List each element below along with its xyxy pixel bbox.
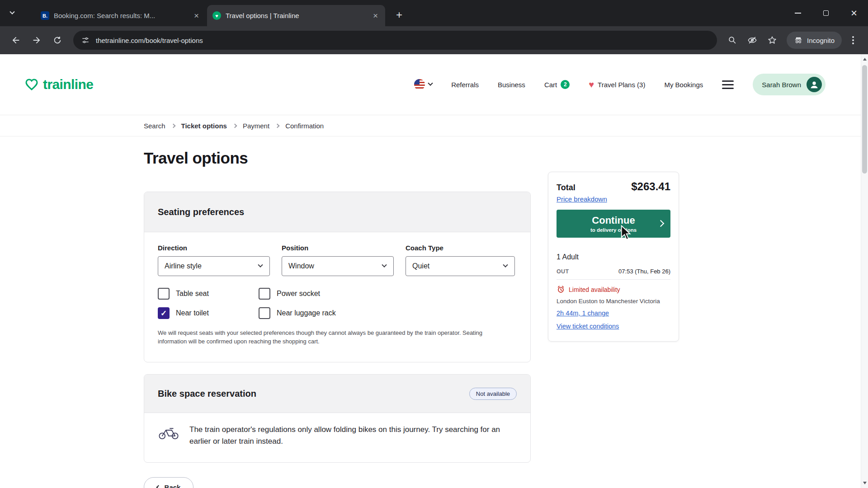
cart-label: Cart (544, 81, 557, 89)
window-controls: × (784, 0, 868, 26)
chevron-right-icon (657, 220, 665, 227)
browser-tab-booking[interactable]: B. Booking.com: Search results: M... × (35, 5, 206, 26)
checkbox-icon[interactable] (259, 307, 270, 319)
seating-card-header: Seating preferences (144, 192, 530, 232)
back-label: Back (165, 483, 181, 488)
bookmark-star-icon[interactable] (764, 32, 780, 48)
coach-type-value: Quiet (412, 262, 429, 270)
nav-cart[interactable]: Cart 2 (544, 80, 570, 89)
reload-icon (52, 35, 62, 45)
logo-text: trainline (43, 77, 93, 92)
url-bar[interactable]: thetrainline.com/book/travel-options (73, 31, 717, 50)
incognito-badge[interactable]: Incognito (787, 32, 842, 49)
seating-dropdown-row: Direction Airline style Position Window … (158, 244, 517, 276)
coach-type-label: Coach Type (406, 244, 515, 252)
journey-duration-link[interactable]: 2h 44m, 1 change (557, 310, 609, 317)
checkbox-icon[interactable] (259, 288, 270, 300)
new-tab-button[interactable]: + (392, 8, 406, 22)
scrollbar-thumb[interactable] (862, 65, 867, 174)
tab-title: Travel options | Trainline (226, 12, 367, 19)
checkbox-label: Power socket (277, 290, 320, 298)
us-flag-icon (414, 79, 425, 90)
total-row: Total $263.41 (557, 180, 670, 193)
close-window-button[interactable]: × (840, 0, 868, 26)
bike-card-body: The train operator's regulations only al… (144, 413, 530, 459)
site-info-icon[interactable] (81, 36, 90, 44)
nav-referrals[interactable]: Referrals (451, 81, 479, 89)
language-selector[interactable] (414, 79, 432, 90)
bike-card-title: Bike space reservation (158, 389, 256, 399)
page-title: Travel options (144, 149, 248, 167)
maximize-icon (823, 10, 829, 16)
back-page-button[interactable]: Back (144, 477, 193, 488)
nav-business[interactable]: Business (498, 81, 525, 89)
incognito-label: Incognito (807, 37, 835, 44)
breadcrumb-search[interactable]: Search (144, 122, 165, 130)
tab-strip: B. Booking.com: Search results: M... × ♥… (0, 0, 868, 26)
checkbox-label: Near luggage rack (277, 309, 336, 317)
browser-menu-icon[interactable] (845, 32, 861, 48)
seating-checkbox-grid: Table seat Power socket Near toilet Near… (158, 288, 393, 319)
chevron-down-icon (428, 81, 433, 86)
price-breakdown-link[interactable]: Price breakdown (557, 195, 607, 203)
close-tab-icon[interactable]: × (371, 10, 380, 21)
checkbox-power-socket[interactable]: Power socket (259, 288, 393, 300)
breadcrumb: Search Ticket options Payment Confirmati… (0, 115, 861, 136)
preview-hidden-icon[interactable] (744, 32, 760, 48)
back-button[interactable] (7, 32, 24, 49)
booking-favicon-icon: B. (41, 11, 49, 20)
url-text[interactable]: thetrainline.com/book/travel-options (96, 37, 203, 44)
browser-tab-trainline-active[interactable]: ♥ Travel options | Trainline × (207, 5, 385, 26)
checkbox-icon[interactable] (158, 307, 170, 319)
position-field: Position Window (282, 244, 394, 276)
direction-select[interactable]: Airline style (158, 256, 270, 276)
site-header: trainline Referrals Business Cart 2 ♥ Tr… (0, 54, 861, 115)
checkbox-near-luggage-rack[interactable]: Near luggage rack (259, 307, 393, 319)
forward-arrow-icon (32, 35, 42, 45)
maximize-button[interactable] (812, 0, 840, 26)
breadcrumb-ticket-options: Ticket options (181, 122, 227, 130)
continue-label: Continue (592, 215, 635, 226)
ticket-conditions-link[interactable]: View ticket conditions (557, 323, 619, 330)
minimize-icon (795, 13, 801, 14)
cart-count-badge: 2 (561, 80, 570, 89)
outbound-label: OUT (557, 268, 569, 275)
reload-button[interactable] (49, 32, 66, 49)
checkbox-table-seat[interactable]: Table seat (158, 288, 259, 300)
coach-type-select[interactable]: Quiet (406, 256, 515, 276)
breadcrumb-confirmation: Confirmation (285, 122, 324, 130)
user-account-pill[interactable]: Sarah Brown (753, 74, 826, 95)
forward-button[interactable] (28, 32, 45, 49)
checkbox-near-toilet[interactable]: Near toilet (158, 307, 259, 319)
seating-preferences-card: Seating preferences Direction Airline st… (144, 192, 531, 362)
chevron-left-icon (156, 485, 160, 488)
heart-icon: ♥ (589, 80, 594, 89)
checkbox-icon[interactable] (158, 288, 170, 300)
scroll-up-icon[interactable] (863, 58, 867, 61)
nav-travel-plans[interactable]: ♥ Travel Plans (3) (589, 80, 645, 89)
chevron-down-icon (258, 263, 263, 267)
scroll-down-icon[interactable] (863, 482, 867, 484)
seating-disclaimer: We will request seats with your selected… (158, 329, 501, 346)
trainline-logo[interactable]: trainline (24, 77, 93, 92)
checkbox-label: Near toilet (176, 309, 209, 317)
close-tab-icon[interactable]: × (192, 10, 201, 21)
browser-toolbar: thetrainline.com/book/travel-options Inc… (0, 26, 868, 54)
zoom-icon[interactable] (724, 32, 741, 48)
total-label: Total (557, 183, 576, 192)
nav-my-bookings[interactable]: My Bookings (664, 81, 703, 89)
page-scrollbar[interactable] (861, 54, 868, 488)
menu-hamburger-icon[interactable] (722, 80, 734, 89)
minimize-button[interactable] (784, 0, 812, 26)
continue-button[interactable]: Continue to delivery options (557, 210, 670, 238)
continue-sublabel: to delivery options (590, 227, 637, 233)
checkbox-label: Table seat (176, 290, 209, 298)
position-select[interactable]: Window (282, 256, 394, 276)
position-value: Window (288, 262, 314, 270)
tab-search-button[interactable] (5, 6, 19, 20)
chevron-right-icon (232, 123, 237, 128)
person-icon (809, 80, 819, 89)
trainline-heart-icon (24, 77, 39, 92)
seating-card-body: Direction Airline style Position Window … (144, 232, 530, 358)
bike-card-header: Bike space reservation Not available (144, 375, 530, 413)
